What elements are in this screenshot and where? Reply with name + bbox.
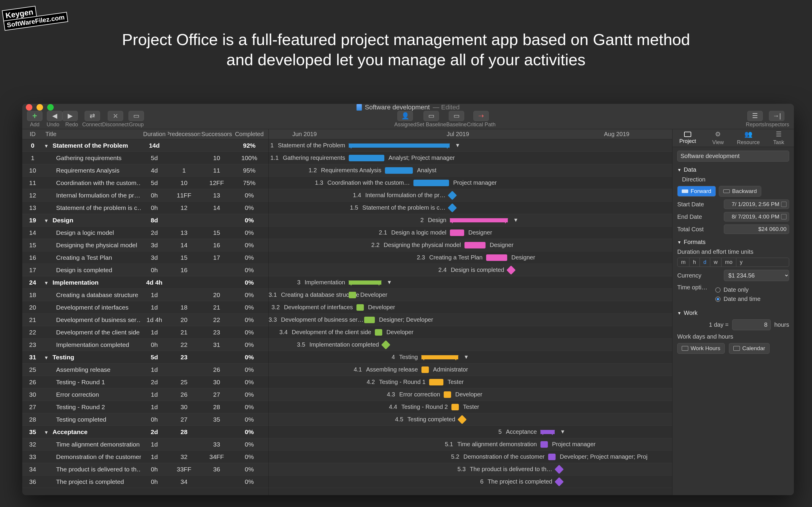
radio-date-and-time[interactable]: Date and time	[715, 296, 761, 302]
gantt-row[interactable]: 2.1Design a logic modelDesigner	[268, 227, 672, 239]
milestone-icon[interactable]	[554, 477, 564, 486]
zoom-icon[interactable]	[47, 104, 54, 111]
task-bar[interactable]	[349, 292, 356, 298]
table-row[interactable]: 34The product is delivered to th…0h33FF3…	[22, 463, 268, 475]
task-bar[interactable]	[464, 242, 486, 248]
table-row[interactable]: 27Testing - Round 21d30280%	[22, 401, 268, 413]
disconnect-button[interactable]: ⤫	[108, 111, 123, 121]
gantt-row[interactable]: 4Testing▼	[268, 351, 672, 363]
table-row[interactable]: 1Gathering requirements5d10100%	[22, 152, 268, 164]
task-bar[interactable]	[429, 379, 443, 385]
table-row[interactable]: 23Implementation completed0h22310%	[22, 339, 268, 351]
gantt-row[interactable]: 4.3Error correctionDeveloper	[268, 388, 672, 401]
table-row[interactable]: 33Demonstration of the customer1d3234FF0…	[22, 451, 268, 463]
table-row[interactable]: 26Testing - Round 12d25300%	[22, 376, 268, 388]
add-button[interactable]: +	[27, 111, 42, 121]
start-date-input[interactable]: 7/ 1/2019, 2:56 PM	[724, 200, 789, 209]
gantt-row[interactable]: 3.5Implementation completed	[268, 339, 672, 351]
task-bar[interactable]	[444, 391, 451, 398]
baseline-button[interactable]: ▭	[449, 111, 464, 121]
summary-bar[interactable]	[541, 430, 555, 434]
table-row[interactable]: 10Requirements Analysis4d11195%	[22, 164, 268, 177]
reports-button[interactable]: ☰	[747, 111, 763, 121]
minimize-icon[interactable]	[37, 104, 43, 111]
chevron-down-icon[interactable]: ▼	[513, 217, 518, 223]
table-row[interactable]: 28Testing completed0h27350%	[22, 413, 268, 426]
set-baseline-button[interactable]: ▭	[423, 111, 439, 121]
gantt-row[interactable]: 4.2Testing - Round 1Tester	[268, 376, 672, 388]
col-successors[interactable]: Successors	[200, 131, 233, 137]
table-row[interactable]: 36The project is completed0h340%	[22, 475, 268, 488]
gantt-row[interactable]: 1.3Coordination with the custom…Project …	[268, 177, 672, 189]
gantt-row[interactable]: 1.1Gathering requirementsAnalyst; Projec…	[268, 152, 672, 164]
gantt-row[interactable]: 2.4Design is completed	[268, 264, 672, 276]
task-bar[interactable]	[421, 367, 429, 373]
gantt-row[interactable]: 4.4Testing - Round 2Tester	[268, 401, 672, 413]
gantt-row[interactable]: 5.2Demonstration of the customerDevelope…	[268, 451, 672, 463]
radio-date-only[interactable]: Date only	[715, 286, 761, 293]
section-formats[interactable]: Formats	[677, 239, 789, 245]
milestone-icon[interactable]	[554, 465, 564, 474]
gantt-row[interactable]: 1Statement of the Problem▼	[268, 139, 672, 152]
gantt-row[interactable]: 2.2Designing the physical modelDesigner	[268, 239, 672, 251]
group-button[interactable]: ▭	[129, 111, 144, 121]
task-bar[interactable]	[486, 255, 507, 261]
milestone-icon[interactable]	[448, 203, 457, 212]
table-row[interactable]: 19Design8d0%	[22, 214, 268, 227]
table-row[interactable]: 25Assembling release1d260%	[22, 363, 268, 376]
gantt-chart[interactable]: Jun 2019 Jul 2019 Aug 2019 1Statement of…	[268, 129, 672, 495]
task-bar[interactable]	[349, 155, 384, 161]
milestone-icon[interactable]	[506, 265, 515, 275]
summary-bar[interactable]	[421, 355, 458, 359]
table-row[interactable]: 31Testing5d230%	[22, 351, 268, 363]
assigned-button[interactable]: 👤	[397, 111, 413, 121]
col-id[interactable]: ID	[22, 131, 43, 137]
unit-mo[interactable]: mo	[721, 258, 736, 267]
task-bar[interactable]	[548, 454, 556, 460]
table-row[interactable]: 15Designing the physical model3d14160%	[22, 239, 268, 251]
units-segmented[interactable]: mhdwmoy	[677, 258, 789, 267]
table-row[interactable]: 30Error correction1d26270%	[22, 388, 268, 401]
table-row[interactable]: 13Statement of the problem is c…0h12140%	[22, 202, 268, 214]
forward-button[interactable]: Forward	[677, 186, 716, 196]
milestone-icon[interactable]	[381, 340, 390, 349]
gantt-row[interactable]: 3Implementation▼	[268, 276, 672, 289]
task-bar[interactable]	[450, 229, 464, 236]
unit-w[interactable]: w	[710, 258, 721, 267]
gantt-row[interactable]: 4.5Testing completed	[268, 413, 672, 426]
tab-task[interactable]: ☰Task	[764, 129, 794, 147]
gantt-row[interactable]: 3.4Development of the client sideDevelop…	[268, 326, 672, 339]
gantt-row[interactable]: 1.4Internal formulation of the pr…	[268, 189, 672, 202]
table-row[interactable]: 32Time alignment demonstration1d330%	[22, 438, 268, 451]
chevron-down-icon[interactable]: ▼	[560, 429, 565, 435]
summary-bar[interactable]	[349, 144, 450, 148]
task-bar[interactable]	[541, 441, 548, 448]
table-row[interactable]: 18Creating a database structure1d200%	[22, 289, 268, 301]
calendar-button[interactable]: Calendar	[729, 343, 770, 354]
gantt-row[interactable]: 1.5Statement of the problem is c…	[268, 202, 672, 214]
table-row[interactable]: 11Coordination with the custom…5d1012FF7…	[22, 177, 268, 189]
inspectors-button[interactable]: →|	[769, 111, 784, 121]
col-completed[interactable]: Completed	[233, 131, 266, 137]
unit-m[interactable]: m	[677, 258, 690, 267]
currency-select[interactable]: $1 234.56	[724, 270, 789, 281]
col-title[interactable]: Title	[43, 131, 141, 137]
titlebar[interactable]: Software development — Edited	[22, 104, 794, 111]
gantt-row[interactable]: 2.3Creating a Test PlanDesigner	[268, 251, 672, 264]
connect-button[interactable]: ⇄	[85, 111, 100, 121]
table-row[interactable]: 0Statement of the Problem14d92%	[22, 139, 268, 152]
task-bar[interactable]	[356, 304, 364, 311]
milestone-icon[interactable]	[448, 191, 457, 200]
table-row[interactable]: 20Development of interfaces1d18210%	[22, 301, 268, 314]
end-date-input[interactable]: 8/ 7/2019, 4:00 PM	[724, 212, 789, 222]
table-row[interactable]: 35Acceptance2d280%	[22, 426, 268, 438]
tab-resource[interactable]: 👥Resource	[733, 129, 764, 147]
table-row[interactable]: 14Design a logic model2d13150%	[22, 227, 268, 239]
col-duration[interactable]: Duration	[141, 131, 168, 137]
section-work[interactable]: Work	[677, 309, 789, 316]
gantt-row[interactable]: 5.1Time alignment demonstrationProject m…	[268, 438, 672, 451]
gantt-row[interactable]: 3.2Development of interfacesDeveloper	[268, 301, 672, 314]
task-bar[interactable]	[413, 180, 449, 186]
task-bar[interactable]	[451, 404, 459, 410]
gantt-row[interactable]: 5Acceptance▼	[268, 426, 672, 438]
